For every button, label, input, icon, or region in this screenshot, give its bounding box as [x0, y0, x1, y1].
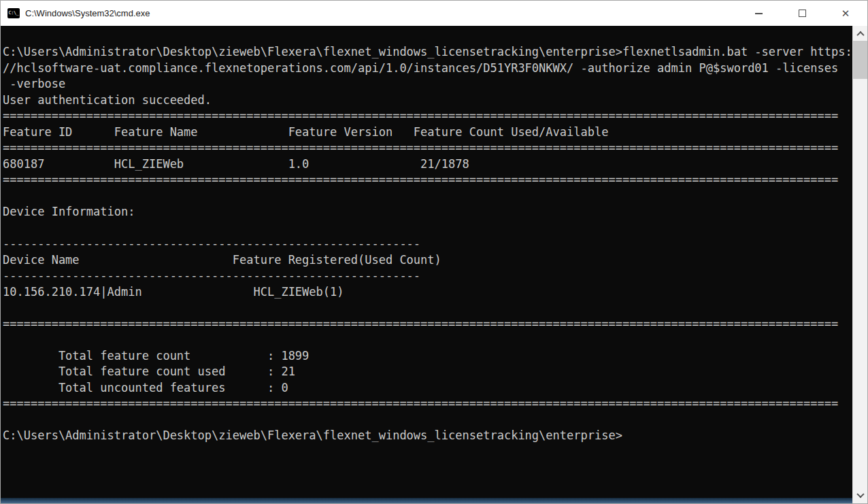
minimize-icon	[755, 13, 763, 14]
window-controls: ✕	[737, 1, 867, 26]
terminal-output[interactable]: C:\Users\Administrator\Desktop\zieweb\Fl…	[1, 26, 852, 498]
maximize-button[interactable]	[780, 1, 824, 26]
minimize-button[interactable]	[737, 1, 780, 26]
window-title: C:\Windows\System32\cmd.exe	[25, 8, 150, 18]
chevron-up-icon	[856, 31, 864, 39]
close-icon: ✕	[841, 8, 850, 18]
scrollbar-thumb[interactable]	[853, 41, 867, 79]
chevron-down-icon	[856, 490, 864, 498]
scroll-up-button[interactable]	[853, 27, 867, 41]
scroll-down-button[interactable]	[853, 488, 867, 502]
cmd-app-icon[interactable]: C:\_	[7, 8, 20, 18]
console-content: C:\Users\Administrator\Desktop\zieweb\Fl…	[1, 26, 867, 503]
cmd-window: C:\_ C:\Windows\System32\cmd.exe ✕ C:\Us…	[0, 0, 868, 504]
window-bottom-edge	[1, 498, 852, 503]
vertical-scrollbar[interactable]	[852, 26, 867, 503]
close-button[interactable]: ✕	[824, 1, 867, 26]
title-bar[interactable]: C:\_ C:\Windows\System32\cmd.exe ✕	[1, 1, 867, 26]
maximize-icon	[799, 10, 806, 17]
